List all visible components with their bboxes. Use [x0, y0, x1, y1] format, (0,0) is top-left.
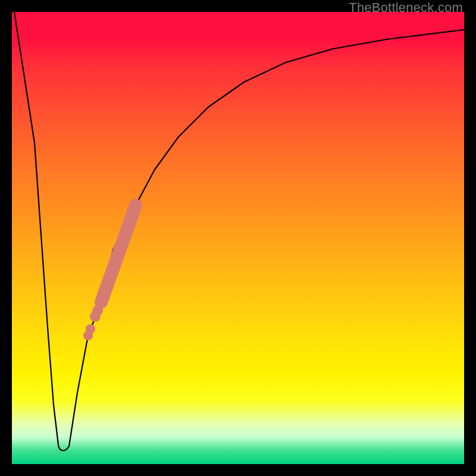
- marker-dot: [92, 305, 103, 316]
- chart-svg: [12, 12, 464, 464]
- marker-dot: [83, 331, 93, 340]
- chart-frame: TheBottleneck.com: [0, 0, 476, 476]
- bottleneck-curve: [14, 12, 464, 450]
- watermark-text: TheBottleneck.com: [349, 0, 463, 15]
- marker-band: [101, 205, 136, 302]
- chart-plot-area: [12, 12, 464, 464]
